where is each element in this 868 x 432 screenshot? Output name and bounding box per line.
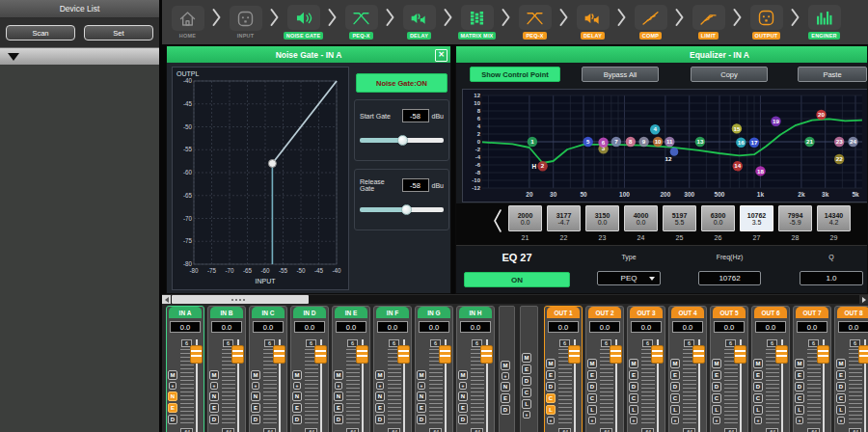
q-field[interactable]: 1.0	[800, 271, 863, 285]
channel-label[interactable]: IN D	[293, 307, 326, 318]
fader-handle[interactable]	[397, 345, 410, 364]
channel-button-d[interactable]: D	[546, 382, 556, 392]
channel-button-m[interactable]: M	[501, 361, 510, 370]
channel-button-d[interactable]: D	[458, 415, 468, 424]
type-dropdown[interactable]: PEQ	[597, 271, 661, 285]
channel-button-d[interactable]: D	[168, 415, 177, 424]
fader-handle[interactable]	[314, 345, 327, 364]
channel-label[interactable]: IN G	[418, 307, 450, 318]
channel-label[interactable]: IN H	[459, 307, 492, 318]
channel-button-d[interactable]: D	[522, 376, 531, 386]
channel-label[interactable]: IN A	[169, 307, 202, 318]
channel-button-e[interactable]: E	[522, 364, 531, 374]
show-control-point-button[interactable]: Show Control Point	[470, 67, 560, 82]
channel-button-d[interactable]: D	[501, 405, 510, 415]
channel-button-l[interactable]: L	[836, 405, 846, 415]
eq-band-cell-27[interactable]: 107623.5	[740, 205, 773, 231]
channel-button-n[interactable]: N	[168, 392, 177, 401]
channel-button-m[interactable]: M	[795, 359, 804, 368]
channel-button-e[interactable]: E	[417, 403, 426, 413]
noise-gate-graph[interactable]: OUTPL-40-45-50-55-60-65-70-75-80-80-75-7…	[172, 67, 349, 290]
channel-button-e[interactable]: E	[587, 370, 597, 380]
scan-button[interactable]: Scan	[6, 25, 75, 40]
channel-button-e[interactable]: E	[251, 403, 260, 413]
channel-button-plus[interactable]: +	[588, 417, 596, 424]
channel-button-plus[interactable]: +	[630, 417, 637, 424]
release-gate-value[interactable]: -58	[402, 178, 429, 192]
channel-button-d[interactable]: D	[629, 382, 638, 392]
channel-button-plus[interactable]: +	[418, 382, 425, 390]
eq-band-cell-26[interactable]: 63000.0	[701, 205, 735, 231]
channel-button-m[interactable]: M	[546, 359, 556, 368]
channel-button-plus[interactable]: +	[671, 417, 679, 424]
channel-button-n[interactable]: N	[209, 392, 219, 401]
channel-button-m[interactable]: M	[334, 370, 343, 380]
freq-field[interactable]: 10762	[698, 271, 761, 285]
eq-band-cell-23[interactable]: 31500.0	[585, 205, 619, 231]
channel-label[interactable]: OUT 7	[796, 307, 828, 318]
channel-label[interactable]: OUT 1	[547, 307, 580, 318]
copy-button[interactable]: Copy	[691, 67, 768, 82]
channel-button-d[interactable]: D	[334, 415, 343, 424]
channel-gain-value[interactable]: 0.0	[631, 321, 662, 333]
scroll-right-arrow-icon[interactable]	[859, 295, 868, 304]
channel-button-l[interactable]: L	[546, 405, 556, 415]
channel-button-d[interactable]: D	[375, 415, 385, 424]
channel-button-c[interactable]: C	[546, 393, 556, 403]
channel-button-plus[interactable]: +	[252, 382, 259, 390]
paste-button[interactable]: Paste	[798, 67, 867, 82]
channel-button-l[interactable]: L	[795, 405, 804, 415]
eq-band-cell-28[interactable]: 7994-5.9	[778, 205, 812, 231]
channel-button-e[interactable]: E	[501, 393, 510, 403]
channel-gain-value[interactable]: 0.0	[755, 321, 786, 333]
toolbar-item-output[interactable]: OUTPUT	[744, 5, 789, 40]
channel-button-e[interactable]: E	[753, 370, 763, 380]
channel-gain-value[interactable]: 0.0	[377, 321, 408, 333]
fader-handle[interactable]	[190, 345, 203, 364]
channel-button-l[interactable]: L	[629, 405, 638, 415]
channel-button-plus[interactable]: +	[754, 417, 762, 424]
gate-threshold-point[interactable]	[268, 160, 276, 168]
channel-button-plus[interactable]: +	[502, 372, 509, 380]
toolbar-item-limit[interactable]: LIMIT	[686, 5, 731, 40]
channel-button-plus[interactable]: +	[293, 382, 301, 390]
channel-label[interactable]: IN F	[376, 307, 409, 318]
close-icon[interactable]: ✕	[435, 49, 448, 62]
channel-button-m[interactable]: M	[712, 359, 721, 368]
fader-handle[interactable]	[568, 345, 581, 364]
channel-label[interactable]: OUT 3	[630, 307, 663, 318]
release-gate-slider[interactable]	[360, 207, 444, 212]
band-scroll-left-icon[interactable]	[493, 208, 502, 237]
channel-button-plus[interactable]: +	[713, 417, 720, 424]
channel-gain-value[interactable]: 0.0	[548, 321, 579, 333]
channel-label[interactable]: OUT 8	[837, 307, 868, 318]
eq-on-button[interactable]: ON	[464, 272, 570, 287]
channel-label[interactable]: IN E	[335, 307, 367, 318]
fader-handle[interactable]	[775, 345, 788, 364]
channel-button-n[interactable]: N	[251, 392, 260, 401]
channel-gain-value[interactable]: 0.0	[672, 321, 703, 333]
channel-button-c[interactable]: C	[712, 393, 721, 403]
channel-button-d[interactable]: D	[209, 415, 219, 424]
channel-button-m[interactable]: M	[670, 359, 680, 368]
channel-button-c[interactable]: C	[629, 393, 638, 403]
channel-button-d[interactable]: D	[712, 382, 721, 392]
toolbar-item-noise-gate[interactable]: NOISE GATE	[281, 5, 326, 40]
channel-button-n[interactable]: N	[292, 392, 302, 401]
fader-handle[interactable]	[439, 345, 451, 364]
channel-button-m[interactable]: M	[417, 370, 426, 380]
channel-button-l[interactable]: L	[712, 405, 721, 415]
channel-button-n[interactable]: N	[375, 392, 385, 401]
fader-handle[interactable]	[356, 345, 368, 364]
channel-label[interactable]: OUT 4	[671, 307, 704, 318]
scrollbar-thumb[interactable]	[172, 295, 309, 304]
channel-button-plus[interactable]: +	[523, 411, 530, 418]
channel-label[interactable]: OUT 2	[588, 307, 621, 318]
channel-label[interactable]: IN C	[252, 307, 285, 318]
channel-gain-value[interactable]: 0.0	[797, 321, 827, 333]
channel-button-m[interactable]: M	[629, 359, 638, 368]
start-gate-value[interactable]: -58	[402, 109, 429, 122]
channel-button-m[interactable]: M	[168, 370, 177, 380]
channel-button-l[interactable]: L	[753, 405, 763, 415]
channel-gain-value[interactable]: 0.0	[714, 321, 745, 333]
